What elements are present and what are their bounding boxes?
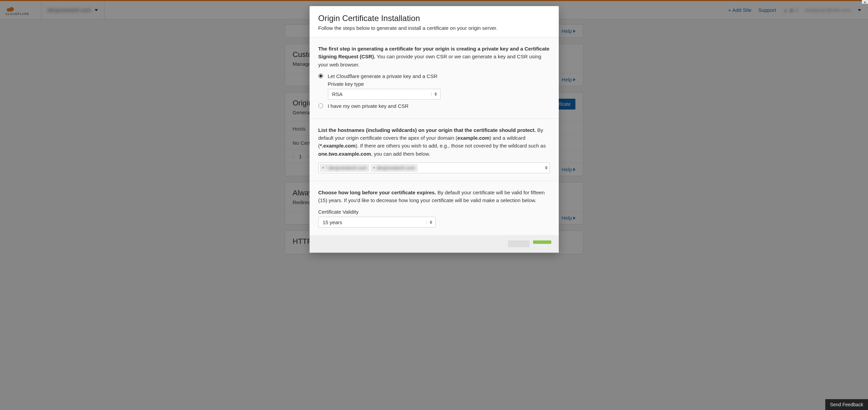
hostnames-description: List the hostnames (including wildcards)… <box>318 126 550 158</box>
hostname-token: ×devjonestech.com <box>371 164 417 172</box>
validity-description: Choose how long before your certificate … <box>318 189 550 204</box>
origin-cert-modal: Origin Certificate Installation Follow t… <box>310 6 559 253</box>
remove-token-icon[interactable]: × <box>322 165 324 170</box>
modal-footer <box>310 235 559 253</box>
next-button[interactable] <box>533 240 551 244</box>
csr-description: The first step in generating a certifica… <box>318 45 550 69</box>
modal-subtitle: Follow the steps below to generate and i… <box>318 25 550 31</box>
chevron-up-icon <box>545 166 548 168</box>
validity-select[interactable]: 15 years <box>318 217 436 228</box>
section-csr: The first step in generating a certifica… <box>310 37 559 119</box>
chevron-down-icon <box>434 94 437 96</box>
hostname-token: ×*.devjonestech.com <box>320 164 370 172</box>
section-hostnames: List the hostnames (including wildcards)… <box>310 119 559 181</box>
radio-generate[interactable]: Let Cloudflare generate a private key an… <box>318 73 550 79</box>
hostnames-input[interactable]: ×*.devjonestech.com ×devjonestech.com <box>318 162 550 173</box>
radio-generate-input[interactable] <box>318 74 323 78</box>
section-validity: Choose how long before your certificate … <box>310 181 559 235</box>
chevron-up-icon <box>434 92 437 94</box>
radio-own-csr[interactable]: I have my own private key and CSR <box>318 103 550 109</box>
chevron-down-icon <box>430 222 432 224</box>
cancel-button[interactable] <box>508 240 530 247</box>
scroll-up-icon[interactable]: ▲ <box>862 0 868 4</box>
private-key-type-select[interactable]: RSA <box>328 89 440 100</box>
remove-token-icon[interactable]: × <box>373 165 375 170</box>
validity-label: Certificate Validity <box>318 209 550 215</box>
private-key-type-label: Private key type <box>328 81 550 87</box>
chevron-down-icon <box>545 168 548 170</box>
radio-own-input[interactable] <box>318 103 323 108</box>
modal-title: Origin Certificate Installation <box>318 14 550 23</box>
chevron-up-icon <box>430 220 432 222</box>
modal-overlay: Origin Certificate Installation Follow t… <box>0 0 868 260</box>
